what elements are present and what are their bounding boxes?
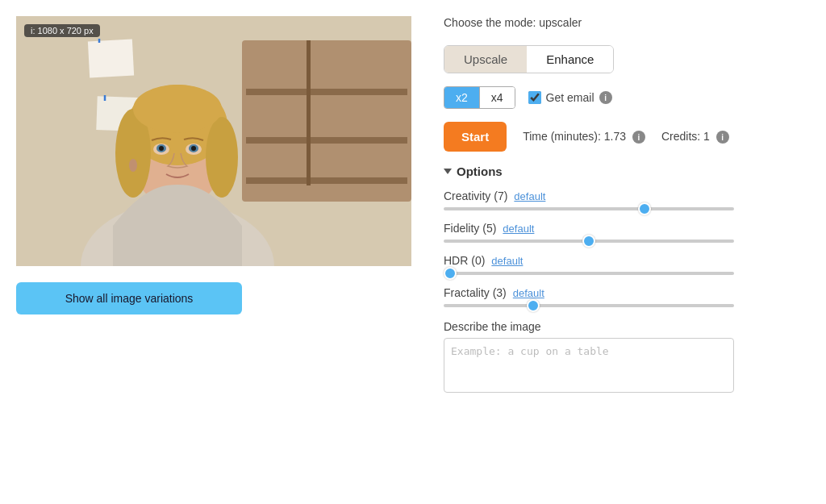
get-email-label: Get email [546, 91, 594, 104]
fidelity-label-row: Fidelity (5) default [444, 222, 810, 235]
fidelity-slider[interactable] [444, 240, 734, 243]
hdr-label-row: HDR (0) default [444, 254, 810, 267]
show-variations-button[interactable]: Show all image variations [16, 282, 242, 314]
options-section: Options Creativity (7) default Fidelity … [444, 165, 810, 307]
right-panel: Choose the mode: upscaler Upscale Enhanc… [444, 16, 810, 488]
svg-rect-4 [246, 137, 407, 144]
creativity-slider-group: Creativity (7) default [444, 190, 810, 210]
image-container: i: 1080 x 720 px [16, 16, 411, 269]
get-email-row: Get email i [528, 91, 612, 104]
main-layout: i: 1080 x 720 px [0, 0, 826, 504]
svg-point-22 [159, 146, 164, 151]
hdr-slider-group: HDR (0) default [444, 254, 810, 275]
credits-label: Credits: 1 i [661, 130, 729, 144]
hdr-slider[interactable] [444, 272, 734, 275]
scale-button-group: x2 x4 [444, 86, 515, 109]
fractality-slider[interactable] [444, 304, 734, 307]
creativity-label-row: Creativity (7) default [444, 190, 810, 202]
scale-row: x2 x4 Get email i [444, 86, 810, 109]
creativity-label: Creativity (7) [444, 190, 507, 202]
svg-rect-3 [246, 89, 407, 95]
svg-rect-7 [88, 40, 134, 78]
time-info-icon[interactable]: i [632, 131, 645, 144]
mode-button-group: Upscale Enhance [444, 45, 614, 73]
fractality-label: Fractality (3) [444, 286, 507, 299]
describe-textarea[interactable] [444, 338, 734, 393]
svg-point-17 [133, 85, 222, 133]
mode-label: Choose the mode: upscaler [444, 16, 810, 29]
get-email-info-icon[interactable]: i [599, 91, 612, 104]
scale-x2-button[interactable]: x2 [444, 87, 479, 108]
main-image [16, 16, 411, 266]
fractality-default-link[interactable]: default [513, 287, 544, 299]
left-panel: i: 1080 x 720 px [16, 16, 411, 488]
start-row: Start Time (minutes): 1.73 i Credits: 1 … [444, 122, 810, 152]
options-header[interactable]: Options [444, 165, 810, 178]
hdr-label: HDR (0) [444, 254, 485, 267]
fidelity-slider-group: Fidelity (5) default [444, 222, 810, 243]
fidelity-default-link[interactable]: default [503, 223, 534, 235]
fractality-slider-group: Fractality (3) default [444, 286, 810, 307]
mode-upscale-button[interactable]: Upscale [444, 46, 527, 73]
svg-rect-6 [307, 40, 311, 185]
creativity-slider[interactable] [444, 207, 734, 210]
scale-x4-button[interactable]: x4 [479, 87, 515, 108]
svg-point-24 [129, 159, 137, 172]
options-label: Options [457, 165, 503, 178]
fidelity-label: Fidelity (5) [444, 222, 496, 235]
mode-enhance-button[interactable]: Enhance [527, 46, 613, 73]
credits-info-icon[interactable]: i [716, 131, 729, 144]
options-triangle-icon [444, 169, 452, 174]
time-text: Time (minutes): 1.73 [523, 130, 626, 143]
creativity-default-link[interactable]: default [514, 190, 545, 202]
fractality-label-row: Fractality (3) default [444, 286, 810, 299]
time-label: Time (minutes): 1.73 i [523, 130, 645, 144]
get-email-checkbox[interactable] [528, 91, 541, 104]
svg-point-23 [191, 146, 196, 151]
hdr-default-link[interactable]: default [491, 255, 523, 267]
describe-section: Describe the image [444, 320, 810, 393]
describe-label: Describe the image [444, 320, 810, 333]
start-button[interactable]: Start [444, 122, 507, 152]
svg-point-16 [206, 117, 238, 198]
svg-rect-5 [246, 177, 407, 184]
credits-text: Credits: 1 [661, 130, 710, 143]
image-badge: i: 1080 x 720 px [24, 24, 100, 37]
